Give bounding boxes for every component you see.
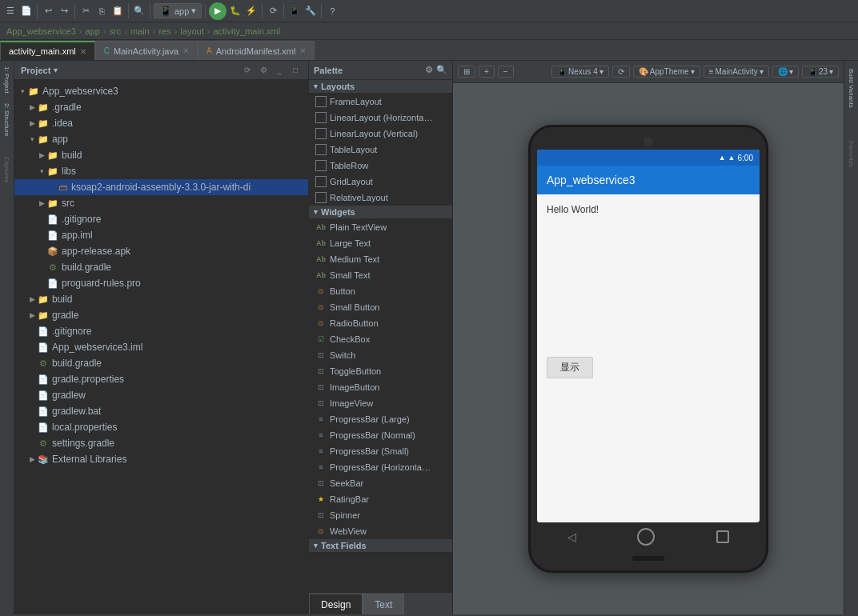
ext-libs-arrow[interactable]: ▶: [27, 455, 37, 463]
tree-libs-folder[interactable]: ▾ 📁 libs: [14, 163, 308, 179]
tree-build-root[interactable]: ▶ 📁 build: [14, 291, 308, 307]
tree-apk[interactable]: 📦 app-release.apk: [14, 243, 308, 259]
device-dropdown[interactable]: 📱 Nexus 4 ▾: [551, 66, 609, 78]
locale-btn[interactable]: 🌐 ▾: [772, 66, 799, 78]
src-arrow[interactable]: ▶: [37, 199, 46, 207]
palette-item-progressbar-normal[interactable]: ≡ ProgressBar (Normal): [309, 427, 452, 443]
palette-item-radiobutton[interactable]: ⊙ RadioButton: [309, 315, 452, 331]
sidebar-item-favorites[interactable]: Favorites: [845, 130, 858, 178]
palette-item-medium-text[interactable]: Ab Medium Text: [309, 251, 452, 267]
tree-build-gradle-app[interactable]: ⚙ build.gradle: [14, 259, 308, 275]
palette-item-checkbox[interactable]: ☑ CheckBox: [309, 331, 452, 347]
tree-gradle-properties[interactable]: 📄 gradle.properties: [14, 371, 308, 387]
file-icon[interactable]: 📄: [19, 4, 34, 18]
gradle-root-arrow[interactable]: ▶: [27, 311, 37, 319]
breadcrumb-layout[interactable]: layout: [180, 26, 203, 36]
redo-icon[interactable]: ↪: [57, 4, 71, 18]
palette-item-tablerow[interactable]: TableRow: [309, 158, 452, 174]
palette-item-small-button[interactable]: ⊙ Small Button: [309, 299, 452, 315]
back-button[interactable]: ◁: [567, 530, 576, 543]
tree-gradlew[interactable]: 📄 gradlew: [14, 387, 308, 403]
breadcrumb-src[interactable]: src: [110, 26, 122, 36]
recents-button[interactable]: [716, 530, 729, 543]
breadcrumb-file[interactable]: activity_main.xml: [213, 26, 280, 36]
help-icon[interactable]: ?: [325, 4, 339, 18]
breadcrumb-app[interactable]: app: [86, 26, 100, 36]
tree-ksoap-jar[interactable]: 🗃 ksoap2-android-assembly-3.3.0-jar-with…: [14, 179, 308, 195]
search-icon[interactable]: 🔍: [132, 4, 146, 18]
tree-build-inner-folder[interactable]: ▶ 📁 build: [14, 147, 308, 163]
app-arrow[interactable]: ▾: [27, 135, 37, 143]
avd-icon[interactable]: 📱: [287, 4, 302, 18]
palette-item-webview[interactable]: ⊙ WebView: [309, 523, 452, 539]
home-button[interactable]: [637, 528, 655, 546]
libs-arrow[interactable]: ▾: [37, 167, 46, 175]
tree-local-properties[interactable]: 📄 local.properties: [14, 419, 308, 435]
run-button[interactable]: ▶: [209, 2, 227, 20]
undo-icon[interactable]: ↩: [41, 4, 55, 18]
tree-app-iml-root[interactable]: 📄 App_webservice3.iml: [14, 339, 308, 355]
tree-app-iml[interactable]: 📄 app.iml: [14, 227, 308, 243]
palette-item-togglebutton[interactable]: ⊡ ToggleButton: [309, 363, 452, 379]
palette-item-imageview[interactable]: ⊡ ImageView: [309, 395, 452, 411]
tree-proguard[interactable]: 📄 proguard-rules.pro: [14, 275, 308, 291]
cut-icon[interactable]: ✂: [78, 4, 93, 18]
text-tab[interactable]: Text: [363, 594, 404, 614]
tab-activity-main-close[interactable]: ✕: [80, 47, 86, 56]
breadcrumb-project[interactable]: App_webservice3: [6, 26, 76, 36]
zoom-out-btn[interactable]: −: [498, 66, 514, 78]
sidebar-item-captures[interactable]: Captures: [1, 154, 14, 186]
sidebar-item-build-variants[interactable]: Build Variants: [845, 64, 858, 112]
palette-settings-icon[interactable]: ⚙: [425, 65, 433, 75]
profile-icon[interactable]: ⚡: [244, 4, 259, 18]
palette-item-framelayout[interactable]: FrameLayout: [309, 94, 452, 110]
palette-item-relativelayout[interactable]: RelativeLayout: [309, 190, 452, 206]
tree-build-gradle-root[interactable]: ⚙ build.gradle: [14, 355, 308, 371]
breadcrumb-res[interactable]: res: [158, 26, 170, 36]
app-dropdown[interactable]: 📱 app ▾: [154, 3, 202, 18]
palette-item-progressbar-large[interactable]: ≡ ProgressBar (Large): [309, 411, 452, 427]
tree-src-folder[interactable]: ▶ 📁 src: [14, 195, 308, 211]
panel-gear-icon[interactable]: ⚙: [257, 64, 270, 77]
api-dropdown[interactable]: 📱 23 ▾: [802, 66, 839, 78]
palette-item-seekbar[interactable]: ⊡ SeekBar: [309, 475, 452, 491]
tree-gradlew-bat[interactable]: 📄 gradlew.bat: [14, 403, 308, 419]
tree-gradle-folder[interactable]: ▶ 📁 .gradle: [14, 99, 308, 115]
tab-main-activity-close[interactable]: ✕: [182, 46, 189, 55]
sidebar-item-structure[interactable]: 2: Structure: [1, 104, 14, 136]
palette-group-widgets[interactable]: ▾ Widgets: [309, 206, 452, 219]
debug-icon[interactable]: 🐛: [228, 4, 243, 18]
phone-display-button[interactable]: 显示: [547, 357, 593, 378]
tab-main-activity[interactable]: C MainActivity.java ✕: [95, 41, 198, 60]
sidebar-item-project[interactable]: 1: Project: [1, 64, 14, 96]
palette-item-gridlayout[interactable]: GridLayout: [309, 174, 452, 190]
tree-idea-folder[interactable]: ▶ 📁 .idea: [14, 115, 308, 131]
sdk-icon[interactable]: 🔧: [303, 4, 318, 18]
zoom-fit-btn[interactable]: ⊞: [458, 66, 475, 78]
tree-gradle-root[interactable]: ▶ 📁 gradle: [14, 307, 308, 323]
orientation-btn[interactable]: ⟳: [612, 66, 630, 78]
palette-item-plain-textview[interactable]: Ab Plain TextView: [309, 219, 452, 235]
tree-external-libs[interactable]: ▶ 📚 External Libraries: [14, 451, 308, 467]
tree-settings-gradle[interactable]: ⚙ settings.gradle: [14, 435, 308, 451]
build-inner-arrow[interactable]: ▶: [37, 151, 46, 159]
palette-search-icon[interactable]: 🔍: [436, 65, 447, 75]
tree-root[interactable]: ▾ 📁 App_webservice3: [14, 83, 308, 99]
palette-item-small-text[interactable]: Ab Small Text: [309, 267, 452, 283]
tab-activity-main[interactable]: activity_main.xml ✕: [0, 41, 95, 60]
tab-android-manifest-close[interactable]: ✕: [299, 46, 306, 55]
root-expand-arrow[interactable]: ▾: [18, 87, 27, 95]
activity-dropdown[interactable]: ≡ MainActivity ▾: [704, 66, 769, 78]
palette-item-button[interactable]: ⊙ Button: [309, 283, 452, 299]
panel-maximize-icon[interactable]: □: [289, 64, 302, 77]
palette-item-linearlayout-h[interactable]: LinearLayout (Horizonta…: [309, 110, 452, 126]
copy-icon[interactable]: ⎘: [94, 4, 109, 18]
palette-item-progressbar-h[interactable]: ≡ ProgressBar (Horizonta…: [309, 459, 452, 475]
theme-dropdown[interactable]: 🎨 AppTheme ▾: [633, 66, 700, 78]
tree-gitignore-inner[interactable]: 📄 .gitignore: [14, 211, 308, 227]
breadcrumb-main[interactable]: main: [130, 26, 150, 36]
palette-item-switch[interactable]: ⊡ Switch: [309, 347, 452, 363]
paste-icon[interactable]: 📋: [110, 4, 125, 18]
tab-android-manifest[interactable]: A AndroidManifest.xml ✕: [198, 41, 315, 60]
palette-item-imagebutton[interactable]: ⊡ ImageButton: [309, 379, 452, 395]
